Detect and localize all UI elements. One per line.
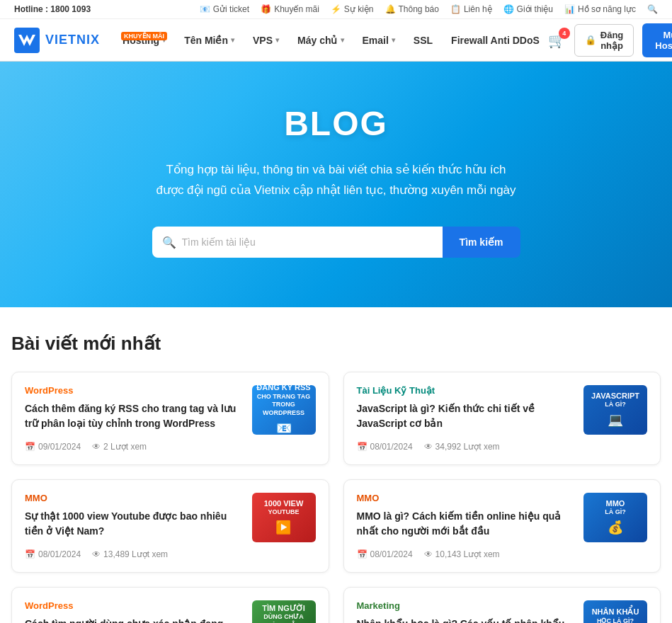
topbar-event[interactable]: ⚡ Sự kiện <box>331 4 374 14</box>
blog-card-3[interactable]: MMO Sự thật 1000 view Youtube được bao n… <box>11 479 329 573</box>
card-content-4: MMO MMO là gì? Cách kiếm tiền online hiệ… <box>357 493 574 542</box>
blog-grid: WordPress Cách thêm đăng ký RSS cho tran… <box>11 372 661 623</box>
card-category-3: MMO <box>25 493 242 503</box>
card-title-5: Cách tìm người dùng chưa xác nhận đang c… <box>25 617 242 623</box>
card-date-3: 📅 08/01/2024 <box>25 549 81 559</box>
card-top-3: MMO Sự thật 1000 view Youtube được bao n… <box>25 493 316 542</box>
card-date-1: 📅 09/01/2024 <box>25 442 81 452</box>
nav-vps[interactable]: VPS ▾ <box>244 29 287 52</box>
thumb-text-5: TÌM NGƯỜI DÙNG CHƯA XÁC NHẬN ✅ <box>259 600 308 623</box>
thumb-text-4: MMO LÀ GÌ? 💰 <box>602 496 629 539</box>
topbar-search-icon[interactable]: 🔍 <box>647 4 658 14</box>
card-date-2: 📅 08/01/2024 <box>357 442 413 452</box>
login-button[interactable]: 🔒 Đăng nhập <box>574 24 634 57</box>
topbar-capability[interactable]: 📊 Hồ sơ năng lực <box>564 4 636 14</box>
cart-badge: 4 <box>559 28 570 39</box>
card-top-6: Marketing Nhân khẩu học là gì? Các yếu t… <box>357 600 648 623</box>
hero-subtitle-line1: Tổng hợp tài liệu, thông tin và bài viết… <box>166 163 506 176</box>
search-icon: 🔍 <box>162 235 176 248</box>
card-views-3: 👁 13,489 Lượt xem <box>92 549 168 559</box>
nav-firewall[interactable]: Firewall Anti DDoS <box>443 29 548 52</box>
card-title-1: Cách thêm đăng ký RSS cho trang tag và l… <box>25 401 242 431</box>
hero-section: BLOG Tổng hợp tài liệu, thông tin và bài… <box>0 62 672 307</box>
card-title-6: Nhân khẩu học là gì? Các yếu tố nhân khẩ… <box>357 617 574 623</box>
card-top-1: WordPress Cách thêm đăng ký RSS cho tran… <box>25 385 316 435</box>
blog-card-2[interactable]: Tài Liệu Kỹ Thuật JavaScript là gì? Kiến… <box>343 372 661 465</box>
topbar-right: 📧 Gửi ticket 🎁 Khuyến mãi ⚡ Sự kiện 🔔 Th… <box>200 4 658 14</box>
card-top-5: WordPress Cách tìm người dùng chưa xác n… <box>25 600 316 623</box>
card-thumb-1: ĐĂNG KÝ RSS CHO TRANG TAG TRONG WORDPRES… <box>252 385 316 435</box>
blog-card-5[interactable]: WordPress Cách tìm người dùng chưa xác n… <box>11 587 329 623</box>
card-thumb-2: JAVASCRIPT LÀ GÌ? 💻 <box>583 385 647 435</box>
email-chevron: ▾ <box>392 36 395 44</box>
card-thumb-4: MMO LÀ GÌ? 💰 <box>583 493 647 542</box>
card-meta-3: 📅 08/01/2024 👁 13,489 Lượt xem <box>25 549 316 559</box>
hero-title: BLOG <box>14 104 658 143</box>
card-content-2: Tài Liệu Kỹ Thuật JavaScript là gì? Kiến… <box>357 385 574 434</box>
card-thumb-5: TÌM NGƯỜI DÙNG CHƯA XÁC NHẬN ✅ <box>252 600 316 623</box>
nav-hosting[interactable]: KHUYẾN MÃI Hosting ▾ <box>114 29 174 52</box>
topbar-notification[interactable]: 🔔 Thông báo <box>385 4 439 14</box>
card-category-4: MMO <box>357 493 574 503</box>
card-views-4: 👁 10,143 Lượt xem <box>424 549 500 559</box>
section-title: Bài viết mới nhất <box>11 333 661 355</box>
nav-ssl[interactable]: SSL <box>405 29 441 52</box>
card-content-3: MMO Sự thật 1000 view Youtube được bao n… <box>25 493 242 542</box>
search-input-wrap: 🔍 <box>152 227 443 258</box>
nav-email[interactable]: Email ▾ <box>354 29 404 52</box>
card-category-2: Tài Liệu Kỹ Thuật <box>357 385 574 396</box>
navbar: VIETNIX KHUYẾN MÃI Hosting ▾ Tên Miền ▾ … <box>0 19 672 62</box>
topbar-contact[interactable]: 📋 Liên hệ <box>450 4 492 14</box>
nav-domain[interactable]: Tên Miền ▾ <box>176 29 243 52</box>
search-input[interactable] <box>152 227 443 258</box>
card-views-1: 👁 2 Lượt xem <box>92 442 147 452</box>
cart-icon[interactable]: 🛒 4 <box>548 32 566 49</box>
card-category-6: Marketing <box>357 600 574 611</box>
buy-hosting-button[interactable]: Mua Hosting <box>642 23 672 57</box>
hosting-badge: KHUYẾN MÃI <box>121 32 167 40</box>
search-button[interactable]: Tìm kiếm <box>443 227 520 258</box>
server-chevron: ▾ <box>341 36 344 44</box>
hero-subtitle: Tổng hợp tài liệu, thông tin và bài viết… <box>124 160 549 201</box>
hero-search: 🔍 Tìm kiếm <box>152 227 520 258</box>
login-label: Đăng nhập <box>600 30 624 51</box>
topbar-about[interactable]: 🌐 Giới thiệu <box>503 4 553 14</box>
card-views-2: 👁 34,992 Lượt xem <box>424 442 500 452</box>
card-meta-2: 📅 08/01/2024 👁 34,992 Lượt xem <box>357 442 648 452</box>
nav-domain-label: Tên Miền <box>184 35 228 46</box>
card-thumb-3: 1000 VIEW YOUTUBE ▶️ <box>252 493 316 542</box>
card-category-5: WordPress <box>25 600 242 611</box>
thumb-text-3: 1000 VIEW YOUTUBE ▶️ <box>261 496 307 539</box>
nav-items: KHUYẾN MÃI Hosting ▾ Tên Miền ▾ VPS ▾ Má… <box>114 29 548 52</box>
card-content-1: WordPress Cách thêm đăng ký RSS cho tran… <box>25 385 242 434</box>
logo[interactable]: VIETNIX <box>14 28 100 53</box>
hotline: Hotline : 1800 1093 <box>14 4 91 14</box>
lock-icon: 🔒 <box>585 35 596 45</box>
card-top-4: MMO MMO là gì? Cách kiếm tiền online hiệ… <box>357 493 648 542</box>
card-date-4: 📅 08/01/2024 <box>357 549 413 559</box>
nav-right: 🛒 4 🔒 Đăng nhập Mua Hosting <box>548 23 672 57</box>
main-content: Bài viết mới nhất WordPress Cách thêm đă… <box>0 307 672 623</box>
nav-vps-label: VPS <box>253 35 273 46</box>
blog-card-4[interactable]: MMO MMO là gì? Cách kiếm tiền online hiệ… <box>343 479 661 573</box>
topbar-promo[interactable]: 🎁 Khuyến mãi <box>261 4 319 14</box>
blog-card-1[interactable]: WordPress Cách thêm đăng ký RSS cho tran… <box>11 372 329 465</box>
card-title-2: JavaScript là gì? Kiến thức chi tiết về … <box>357 401 574 431</box>
nav-server-label: Máy chủ <box>297 35 337 46</box>
card-top-2: Tài Liệu Kỹ Thuật JavaScript là gì? Kiến… <box>357 385 648 435</box>
card-category-1: WordPress <box>25 385 242 396</box>
domain-chevron: ▾ <box>231 36 234 44</box>
card-content-5: WordPress Cách tìm người dùng chưa xác n… <box>25 600 242 623</box>
logo-text: VIETNIX <box>45 33 100 47</box>
nav-ssl-label: SSL <box>414 35 433 46</box>
blog-card-6[interactable]: Marketing Nhân khẩu học là gì? Các yếu t… <box>343 587 661 623</box>
card-meta-1: 📅 09/01/2024 👁 2 Lượt xem <box>25 442 316 452</box>
nav-firewall-label: Firewall Anti DDoS <box>451 35 540 46</box>
topbar: Hotline : 1800 1093 📧 Gửi ticket 🎁 Khuyế… <box>0 0 672 19</box>
vps-chevron: ▾ <box>275 36 279 44</box>
thumb-text-1: ĐĂNG KÝ RSS CHO TRANG TAG TRONG WORDPRES… <box>252 385 316 435</box>
card-content-6: Marketing Nhân khẩu học là gì? Các yếu t… <box>357 600 574 623</box>
nav-server[interactable]: Máy chủ ▾ <box>289 29 352 52</box>
topbar-ticket[interactable]: 📧 Gửi ticket <box>200 4 249 14</box>
card-meta-4: 📅 08/01/2024 👁 10,143 Lượt xem <box>357 549 648 559</box>
